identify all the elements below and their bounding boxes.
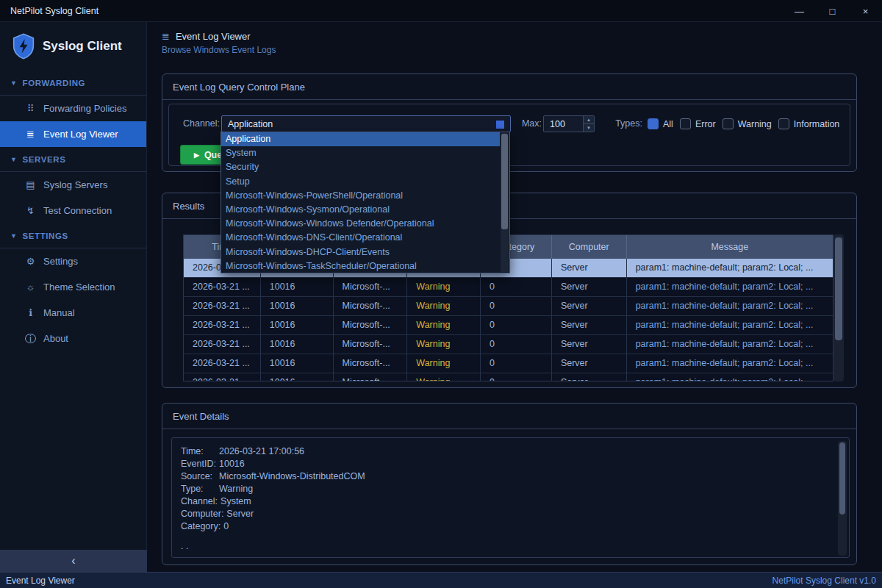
detail-value: 2026-03-21 17:00:56: [219, 446, 304, 456]
type-checkbox-item[interactable]: Error: [680, 118, 716, 129]
type-checkbox-item[interactable]: All: [648, 118, 673, 129]
dropdown-item[interactable]: Microsoft-Windows-Sysmon/Operational: [221, 203, 500, 217]
cell-eventid: 10016: [261, 373, 334, 381]
dropdown-item[interactable]: Setup: [221, 175, 500, 189]
chevron-down-icon: ▼: [10, 156, 18, 163]
dropdown-item[interactable]: Microsoft-Windows-PowerShell/Operational: [221, 189, 500, 203]
dropdown-item[interactable]: Microsoft-Windows-Windows Defender/Opera…: [221, 217, 500, 231]
max-spinbox[interactable]: ▲ ▼: [543, 115, 595, 132]
scrollbar-thumb[interactable]: [839, 442, 845, 514]
cell-computer: Server: [552, 373, 627, 381]
type-checkbox-item[interactable]: Information: [778, 118, 840, 129]
sidebar-item-test-connection[interactable]: ↯ Test Connection: [0, 198, 146, 223]
page-title: Event Log Viewer: [176, 31, 251, 42]
table-row[interactable]: 2026-03-21 ... 10016 Microsoft-... Warni…: [184, 297, 833, 316]
dropdown-item[interactable]: Microsoft-Windows-DNS-Client/Operational: [221, 231, 500, 245]
table-row[interactable]: 2026-03-21 ... 10016 Microsoft-... Warni…: [184, 316, 833, 335]
statusbar: Event Log Viewer NetPilot Syslog Client …: [0, 572, 882, 588]
dropdown-list: ApplicationSystemSecuritySetupMicrosoft-…: [221, 132, 500, 273]
detail-label: Computer:: [181, 508, 223, 520]
max-input[interactable]: [544, 116, 583, 132]
table-row[interactable]: 2026-03-21 ... 10016 Microsoft-... Warni…: [184, 373, 833, 381]
spin-up-icon[interactable]: ▲: [584, 116, 594, 124]
sidebar-item-label: Theme Selection: [43, 282, 115, 293]
checkbox-icon[interactable]: [723, 118, 734, 129]
cell-eventid: 10016: [261, 278, 334, 296]
checkbox-label: All: [663, 119, 673, 129]
table-row[interactable]: 2026-03-21 ... 10016 Microsoft-... Warni…: [184, 278, 833, 297]
brand: Syslog Client: [0, 22, 146, 71]
details-scrollbar[interactable]: [838, 441, 847, 556]
sidebar-collapse-button[interactable]: ‹: [0, 550, 147, 572]
clipped-text-fragment: . .: [181, 540, 188, 553]
cell-type: Warning: [407, 316, 481, 334]
sidebar-header-forwarding[interactable]: ▼ FORWARDING: [0, 71, 146, 96]
table-row[interactable]: 2026-03-21 ... 10016 Microsoft-... Warni…: [184, 335, 833, 354]
sidebar-header-settings[interactable]: ▼ SETTINGS: [0, 223, 146, 248]
spin-down-icon[interactable]: ▼: [584, 124, 594, 132]
cell-type: Warning: [407, 297, 481, 315]
sidebar-item-label: Test Connection: [43, 205, 112, 216]
dropdown-item[interactable]: Microsoft-Windows-TaskScheduler/Operatio…: [221, 259, 500, 273]
table-row[interactable]: 2026-03-21 ... 10016 Microsoft-... Warni…: [184, 354, 833, 373]
checkbox-icon[interactable]: [648, 118, 659, 129]
cell-message: param1: machine-default; param2: Local; …: [627, 316, 833, 334]
sidebar-item-theme-selection[interactable]: ☼ Theme Selection: [0, 274, 146, 300]
sidebar-header-label: SETTINGS: [23, 232, 68, 240]
cell-computer: Server: [552, 354, 627, 373]
sidebar-item-label: Event Log Viewer: [43, 129, 118, 140]
detail-line: Channel:System: [181, 495, 827, 508]
sidebar-item-forwarding-policies[interactable]: ⠿ Forwarding Policies: [0, 96, 146, 121]
minimize-button[interactable]: —: [783, 0, 816, 22]
channel-combobox-value: Application: [228, 119, 273, 129]
cell-eventid: 10016: [261, 354, 334, 373]
cell-source: Microsoft-...: [334, 373, 408, 381]
page-header: ≣ Event Log Viewer Browse Windows Event …: [162, 22, 276, 71]
detail-label: Type:: [181, 483, 216, 495]
dropdown-item[interactable]: Microsoft-Windows-DHCP-Client/Events: [221, 245, 500, 259]
detail-line: Category:0: [181, 520, 827, 533]
detail-label: EventID:: [181, 458, 216, 470]
scrollbar-thumb[interactable]: [501, 134, 508, 229]
sidebar-item-event-log-viewer[interactable]: ≣ Event Log Viewer: [0, 121, 146, 147]
combobox-indicator-icon[interactable]: [496, 121, 504, 129]
column-header[interactable]: Message: [627, 235, 833, 259]
list-icon: ≣: [25, 129, 36, 140]
window-title: NetPilot Syslog Client: [10, 6, 98, 16]
sidebar-header-servers[interactable]: ▼ SERVERS: [0, 147, 146, 172]
sidebar-header-label: FORWARDING: [23, 79, 86, 87]
dropdown-item[interactable]: System: [221, 146, 500, 160]
table-body: 2026-03-21 ... 10016 Microsoft-... Warni…: [184, 259, 833, 381]
cell-type: Warning: [407, 335, 481, 354]
sidebar-item-syslog-servers[interactable]: ▤ Syslog Servers: [0, 172, 146, 198]
dropdown-item[interactable]: Application: [221, 132, 500, 146]
checkbox-icon[interactable]: [680, 118, 691, 129]
cell-source: Microsoft-...: [334, 316, 408, 334]
cell-eventid: 10016: [261, 316, 334, 334]
scrollbar-thumb[interactable]: [835, 237, 842, 340]
sidebar-item-manual[interactable]: ℹ Manual: [0, 300, 146, 326]
dropdown-item[interactable]: Security: [221, 160, 500, 174]
maximize-button[interactable]: □: [816, 0, 849, 22]
dropdown-scrollbar[interactable]: [501, 133, 509, 272]
close-button[interactable]: ×: [849, 0, 882, 22]
sidebar-item-settings[interactable]: ⚙ Settings: [0, 248, 146, 274]
results-scrollbar[interactable]: [833, 234, 844, 381]
type-checkbox-item[interactable]: Warning: [723, 118, 772, 129]
about-icon: i: [25, 334, 36, 343]
details-text-area[interactable]: Time:2026-03-21 17:00:56 EventID:10016 S…: [171, 437, 850, 558]
checkbox-icon[interactable]: [778, 118, 789, 129]
max-label: Max:: [517, 115, 542, 132]
app-name: Syslog Client: [43, 39, 122, 54]
cell-source: Microsoft-...: [334, 278, 408, 296]
column-header[interactable]: Computer: [552, 235, 627, 259]
sidebar-item-about[interactable]: i About: [0, 326, 146, 351]
cell-message: param1: machine-default; param2: Local; …: [627, 335, 833, 354]
checkbox-label: Error: [695, 119, 716, 129]
detail-value: Microsoft-Windows-DistributedCOM: [219, 471, 365, 481]
cell-message: param1: machine-default; param2: Local; …: [627, 297, 833, 315]
detail-value: 10016: [219, 459, 245, 469]
cell-message: param1: machine-default; param2: Local; …: [627, 354, 833, 373]
detail-label: Time:: [181, 445, 216, 458]
channel-combobox[interactable]: Application: [221, 115, 511, 132]
